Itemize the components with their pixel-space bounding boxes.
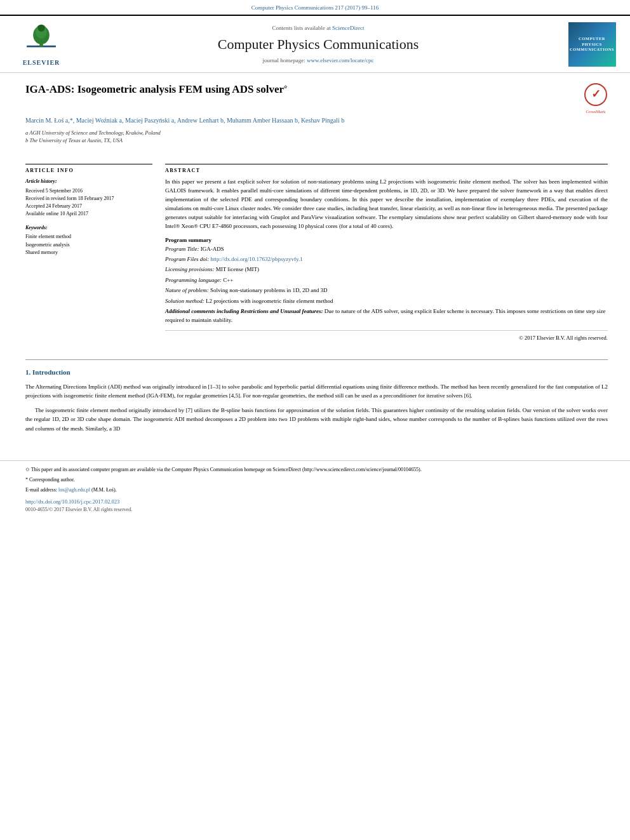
- copyright-line: © 2017 Elsevier B.V. All rights reserved…: [165, 330, 608, 342]
- programming-value: C++: [223, 277, 233, 283]
- email-link[interactable]: los@agh.edu.pl: [58, 487, 90, 493]
- keyword-2: Isogeometric analysis: [25, 241, 152, 250]
- body-section: 1. Introduction The Alternating Directio…: [0, 368, 630, 448]
- revised-date: Received in revised form 18 February 201…: [25, 195, 152, 203]
- solution-item: Solution method: L2 projections with iso…: [165, 297, 608, 305]
- journal-ref-link[interactable]: Computer Physics Communications 217 (201…: [251, 4, 379, 11]
- program-files-link[interactable]: http://dx.doi.org/10.17632/pbpsyzyvfy.1: [210, 256, 302, 262]
- elsevier-tree-icon: [22, 22, 60, 57]
- article-history-block: Article history: Received 5 September 20…: [25, 178, 152, 217]
- affiliation-b: b The University of Texas at Austin, TX,…: [25, 137, 608, 145]
- received-date: Received 5 September 2016: [25, 187, 152, 195]
- crossmark-icon: ✓: [584, 83, 608, 107]
- affiliation-a: a AGH University of Science and Technolo…: [25, 129, 608, 137]
- article-title: IGA-ADS: Isogeometric analysis FEM using…: [25, 83, 577, 97]
- program-summary: Program summary Program Title: IGA-ADS P…: [165, 236, 608, 342]
- accepted-date: Accepted 24 February 2017: [25, 203, 152, 210]
- programming-item: Programming language: C++: [165, 276, 608, 284]
- journal-homepage: journal homepage: www.elsevier.com/locat…: [83, 57, 554, 65]
- program-summary-label: Program summary: [165, 236, 608, 244]
- keywords-block: Keywords: Finite element method Isogeome…: [25, 224, 152, 258]
- cpc-logo-box: COMPUTER PHYSICS COMMUNICATIONS: [566, 22, 617, 67]
- sciencedirect-link[interactable]: ScienceDirect: [332, 25, 364, 31]
- section-1-title: 1. Introduction: [25, 368, 608, 377]
- additional-item: Additional comments including Restrictio…: [165, 307, 608, 325]
- keyword-3: Shared memory: [25, 249, 152, 257]
- elsevier-logo: ELSEVIER: [13, 22, 70, 67]
- article-title-section: IGA-ADS: Isogeometric analysis FEM using…: [25, 83, 608, 157]
- email-suffix: (M.M. Łoś).: [91, 487, 117, 493]
- program-title-item: Program Title: IGA-ADS: [165, 244, 608, 253]
- footnotes-area: ✩ This paper and its associated computer…: [0, 460, 630, 518]
- program-title-value: IGA-ADS: [201, 246, 224, 252]
- contents-available: Contents lists available at ScienceDirec…: [83, 24, 554, 32]
- star-footnote: ✩ This paper and its associated computer…: [25, 466, 608, 474]
- keywords-label: Keywords:: [25, 224, 152, 231]
- abstract-col: ABSTRACT In this paper we present a fast…: [165, 164, 608, 342]
- doi-link[interactable]: http://dx.doi.org/10.1016/j.cpc.2017.02.…: [25, 498, 119, 505]
- journal-title: Computer Physics Communications: [83, 35, 554, 55]
- homepage-link[interactable]: www.elsevier.com/locate/cpc: [307, 57, 373, 63]
- article-info-header: ARTICLE INFO: [25, 164, 152, 174]
- two-col-layout: ARTICLE INFO Article history: Received 5…: [25, 164, 608, 342]
- issn-line: 0010-4655/© 2017 Elsevier B.V. All right…: [25, 506, 608, 513]
- affiliations: a AGH University of Science and Technolo…: [25, 129, 608, 145]
- title-star: ✩: [284, 85, 287, 89]
- crossmark[interactable]: ✓ CrossMark: [584, 83, 608, 116]
- licensing-item: Licensing provisions: MIT license (MIT): [165, 265, 608, 274]
- article-content: IGA-ADS: Isogeometric analysis FEM using…: [0, 73, 630, 352]
- keyword-1: Finite element method: [25, 233, 152, 241]
- authors: Marcin M. Łoś a,*, Maciej Woźniak a, Mac…: [25, 116, 608, 125]
- licensing-value: MIT license (MIT): [216, 266, 259, 272]
- cpc-logo-inner: COMPUTER PHYSICS COMMUNICATIONS: [568, 22, 616, 67]
- solution-value: L2 projections with isogeometric finite …: [206, 298, 333, 304]
- elsevier-brand-text: ELSEVIER: [23, 58, 60, 67]
- crossmark-label: CrossMark: [584, 109, 608, 116]
- svg-text:✓: ✓: [591, 88, 601, 100]
- intro-paragraph-2: The isogeometric finite element method o…: [25, 406, 608, 433]
- email-footnote: E-mail address: los@agh.edu.pl (M.M. Łoś…: [25, 486, 608, 494]
- header-center: Contents lists available at ScienceDirec…: [70, 24, 566, 65]
- abstract-text: In this paper we present a fast explicit…: [165, 178, 608, 231]
- header-section: ELSEVIER Contents lists available at Sci…: [0, 15, 630, 73]
- article-info-col: ARTICLE INFO Article history: Received 5…: [25, 164, 152, 342]
- cpc-logo-text: COMPUTER PHYSICS COMMUNICATIONS: [570, 36, 614, 52]
- available-date: Available online 10 April 2017: [25, 210, 152, 218]
- corresponding-footnote: * Corresponding author.: [25, 476, 608, 484]
- nature-value: Solving non-stationary problems in 1D, 2…: [210, 287, 327, 293]
- nature-item: Nature of problem: Solving non-stationar…: [165, 286, 608, 295]
- abstract-header: ABSTRACT: [165, 164, 608, 174]
- page: Computer Physics Communications 217 (201…: [0, 0, 630, 840]
- svg-point-4: [38, 24, 45, 31]
- section-divider: [25, 359, 608, 360]
- history-label: Article history:: [25, 178, 152, 185]
- intro-paragraph-1: The Alternating Directions Implicit (ADI…: [25, 382, 608, 401]
- journal-ref-bar: Computer Physics Communications 217 (201…: [0, 0, 630, 15]
- program-files-item: Program Files doi: http://dx.doi.org/10.…: [165, 255, 608, 263]
